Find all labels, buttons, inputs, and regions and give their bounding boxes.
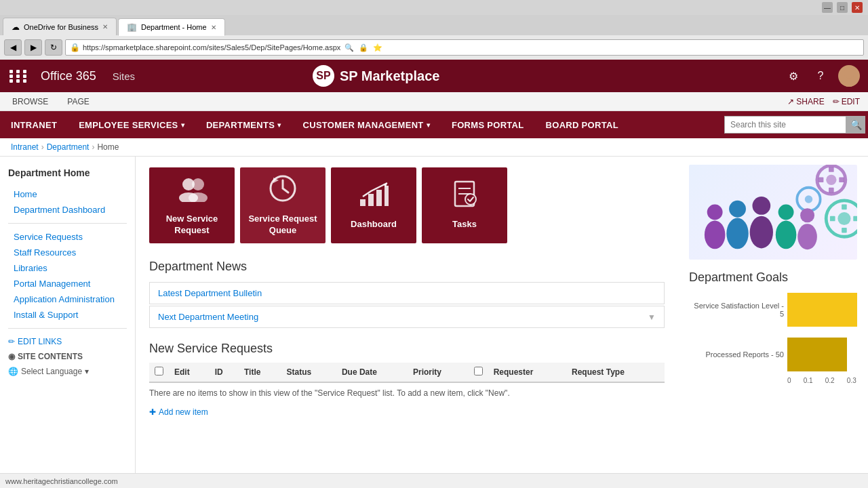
svg-point-33 [752, 197, 770, 215]
sr-cb2[interactable] [474, 367, 483, 375]
sidebar-divider-2 [8, 328, 127, 329]
tile-dashboard-label: Dashboard [351, 219, 397, 230]
select-language-button[interactable]: 🌐 Select Language ▾ [8, 364, 127, 379]
browser-tabs: ☁ OneDrive for Business ✕ 🏢 Department -… [0, 15, 868, 35]
sidebar-item-home[interactable]: Home [8, 186, 127, 202]
tile-tasks[interactable]: Tasks [422, 167, 507, 243]
forward-button[interactable]: ▶ [24, 39, 42, 56]
tab-department-home[interactable]: 🏢 Department - Home ✕ [118, 18, 225, 36]
tile-service-request-queue[interactable]: Service Request Queue [240, 167, 326, 243]
sr-select-all-checkbox[interactable] [155, 367, 163, 375]
sidebar: Department Home Home Department Dashboar… [0, 157, 136, 487]
main-layout: Department Home Home Department Dashboar… [0, 157, 868, 487]
svg-point-30 [705, 220, 726, 249]
edit-button[interactable]: ✏ EDIT [833, 97, 860, 106]
user-avatar[interactable] [838, 65, 860, 87]
news-section-title: Department News [149, 260, 665, 274]
browse-tab[interactable]: BROWSE [8, 96, 52, 108]
nav-customer-management[interactable]: CUSTOMER MANAGEMENT▾ [292, 111, 441, 138]
navbar: INTRANET EMPLOYEE SERVICES▾ DEPARTMENTS▾… [0, 111, 868, 138]
svg-point-0 [844, 68, 854, 79]
svg-rect-21 [829, 167, 834, 172]
browser-titlebar: — □ ✕ [0, 0, 868, 15]
search-address-icon[interactable]: 🔍 [343, 41, 355, 54]
sidebar-item-portal-management[interactable]: Portal Management [8, 276, 127, 291]
breadcrumb-intranet[interactable]: Intranet [11, 142, 39, 152]
svg-point-20 [837, 212, 850, 225]
sp-logo-icon: SP [313, 65, 334, 87]
help-icon[interactable]: ? [811, 66, 830, 85]
svg-rect-6 [360, 199, 366, 206]
breadcrumb-home: Home [97, 142, 119, 152]
tab-close-onedrive[interactable]: ✕ [102, 23, 108, 30]
svg-point-18 [805, 195, 812, 203]
sr-col-id: ID [210, 363, 239, 382]
news-item-bulletin[interactable]: Latest Department Bulletin [149, 282, 665, 304]
site-contents-link[interactable]: ◉ SITE CONTENTS [8, 349, 127, 364]
tab-icon-onedrive: ☁ [12, 22, 20, 32]
main-content: New Service Request Service Request Queu… [136, 157, 678, 487]
svg-point-2 [192, 178, 204, 190]
sidebar-item-app-admin[interactable]: Application Administration [8, 291, 127, 307]
news-item-meeting[interactable]: Next Department Meeting ▼ [149, 306, 665, 328]
tiles-row: New Service Request Service Request Queu… [149, 167, 665, 243]
tile-tasks-icon [450, 180, 479, 214]
ribbon-actions: ↗ SHARE ✏ EDIT [787, 97, 860, 106]
app-launcher-button[interactable] [8, 65, 30, 87]
sp-logo: SP SP Marketplace [313, 65, 440, 87]
sr-col-priority: Priority [408, 363, 469, 382]
edit-links-button[interactable]: ✏ EDIT LINKS [8, 334, 127, 349]
add-new-item-button[interactable]: ✚ Add new item [149, 407, 665, 417]
breadcrumb: Intranet › Department › Home [0, 138, 868, 157]
sidebar-item-dashboard[interactable]: Department Dashboard [8, 202, 127, 218]
nav-intranet[interactable]: INTRANET [0, 111, 68, 138]
goals-title: Department Goals [689, 270, 857, 285]
sr-section-title: New Service Requests [149, 342, 665, 356]
svg-point-36 [776, 220, 797, 249]
svg-rect-22 [829, 188, 834, 193]
sidebar-item-libraries[interactable]: Libraries [8, 260, 127, 276]
svg-point-16 [826, 175, 836, 185]
star-icon[interactable]: ⭐ [372, 41, 384, 54]
back-button[interactable]: ◀ [4, 39, 22, 56]
page-tab[interactable]: PAGE [63, 96, 93, 108]
sidebar-divider-1 [8, 223, 127, 224]
settings-icon[interactable]: ⚙ [784, 66, 803, 85]
search-input[interactable] [724, 116, 846, 134]
chart-bar-1 [787, 293, 857, 327]
share-button[interactable]: ↗ SHARE [787, 97, 824, 106]
sidebar-item-staff-resources[interactable]: Staff Resources [8, 245, 127, 260]
svg-rect-9 [384, 186, 389, 206]
svg-rect-28 [853, 216, 857, 222]
maximize-button[interactable]: □ [837, 2, 848, 13]
tab-label-dept: Department - Home [141, 23, 207, 31]
nav-board-portal[interactable]: BOARD PORTAL [535, 111, 629, 138]
search-area: 🔍 [724, 116, 865, 134]
chart-bar-2 [787, 338, 847, 371]
refresh-button[interactable]: ↻ [45, 39, 62, 56]
right-column: Department Goals Service Satisfaction Le… [678, 157, 868, 487]
nav-employee-dropdown-icon: ▾ [181, 121, 184, 129]
tile-new-service-request[interactable]: New Service Request [149, 167, 235, 243]
sr-table-header: Edit ID Title Status Due Date Priority R… [149, 363, 665, 382]
address-bar[interactable]: 🔒 https://spmarketplace.sharepoint.com/s… [65, 39, 864, 56]
minimize-button[interactable]: — [822, 2, 833, 13]
svg-point-32 [726, 218, 748, 249]
tile-dashboard[interactable]: Dashboard [331, 167, 416, 243]
chart-label-1: Service Satisfaction Level - 5 [689, 302, 784, 318]
sr-col-status: Status [281, 363, 336, 382]
nav-customer-dropdown-icon: ▾ [427, 121, 430, 129]
sidebar-item-install-support[interactable]: Install & Support [8, 307, 127, 323]
dept-image [689, 165, 857, 260]
nav-employee-services[interactable]: EMPLOYEE SERVICES▾ [68, 111, 195, 138]
status-url: www.heritagechristiancollege.com [5, 477, 118, 485]
search-button[interactable]: 🔍 [846, 116, 865, 134]
svg-rect-27 [830, 216, 835, 222]
tab-onedrive[interactable]: ☁ OneDrive for Business ✕ [3, 18, 117, 35]
tab-close-dept[interactable]: ✕ [211, 24, 216, 31]
sidebar-item-service-requests[interactable]: Service Requests [8, 229, 127, 245]
nav-forms-portal[interactable]: FORMS PORTAL [441, 111, 535, 138]
breadcrumb-department[interactable]: Department [47, 142, 90, 152]
nav-departments[interactable]: DEPARTMENTS▾ [195, 111, 292, 138]
close-button[interactable]: ✕ [852, 2, 863, 13]
